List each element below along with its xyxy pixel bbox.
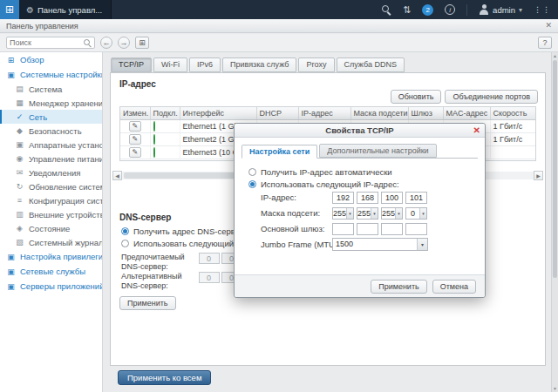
sidebar-item-external-devices[interactable]: ▥Внешние устройства bbox=[0, 207, 102, 221]
background-tasks-icon[interactable]: ⇅ bbox=[403, 4, 411, 16]
col-gateway: Шлюз bbox=[408, 107, 443, 119]
back-button[interactable]: ← bbox=[100, 37, 112, 49]
notifications-badge[interactable]: 2 bbox=[422, 4, 433, 16]
ip-seg2[interactable] bbox=[357, 192, 378, 204]
mtu-value: 1500 bbox=[333, 239, 417, 250]
gateway-seg3[interactable] bbox=[381, 223, 403, 235]
dns-primary-seg1[interactable]: 0 bbox=[199, 253, 220, 264]
section-icon: ▣ bbox=[6, 71, 16, 79]
sidebar-item-backup-restore[interactable]: ≡Конфигурация системы bbox=[0, 193, 102, 207]
mask-seg1[interactable]: 255▾ bbox=[332, 207, 354, 220]
dialog-cancel-button[interactable]: Отмена bbox=[432, 280, 476, 294]
sidebar-item-notifications[interactable]: ✉Уведомления bbox=[0, 166, 102, 179]
overview-icon: ⊞ bbox=[6, 56, 16, 64]
sidebar-section-app-servers[interactable]: ▣Серверы приложений bbox=[0, 279, 102, 294]
tab-ipv6[interactable]: IPv6 bbox=[189, 57, 221, 72]
tab-proxy[interactable]: Proxy bbox=[298, 57, 334, 72]
gateway-seg1[interactable] bbox=[332, 223, 354, 235]
dialog-close-icon[interactable]: ✕ bbox=[473, 125, 480, 136]
ip-label: IP-адрес: bbox=[261, 193, 296, 202]
dialog-apply-button[interactable]: Применить bbox=[371, 280, 427, 294]
scroll-down-icon[interactable]: ▼ bbox=[552, 386, 558, 391]
mask-label: Маска подсети: bbox=[261, 208, 320, 218]
refresh-button[interactable]: Обновить bbox=[391, 90, 442, 104]
sidebar-item-overview[interactable]: ⊞ Обзор bbox=[0, 52, 102, 67]
edit-icon[interactable]: ✎ bbox=[129, 147, 141, 158]
scroll-up-icon[interactable]: ▲ bbox=[552, 53, 558, 58]
qts-logo[interactable]: ⊞ bbox=[0, 0, 19, 19]
col-connected: Подкл. bbox=[150, 107, 180, 119]
window-close-icon[interactable]: ✕ bbox=[545, 22, 552, 30]
scroll-left-icon[interactable]: ◀ bbox=[112, 171, 122, 180]
sidebar-label: Серверы приложений bbox=[20, 281, 103, 291]
taskbar-tab-label: Панель управл... bbox=[37, 5, 102, 15]
sidebar-item-system-logs[interactable]: ▧Системный журнал bbox=[0, 235, 102, 249]
dns-secondary-label: Альтернативный DNS-сервер: bbox=[121, 272, 196, 292]
tab-wifi[interactable]: Wi-Fi bbox=[153, 57, 187, 72]
sidebar-label: Уведомления bbox=[29, 168, 80, 178]
vertical-scrollbar[interactable]: ▲ ▼ bbox=[551, 52, 558, 392]
tab-tcpip[interactable]: TCP/IP bbox=[111, 57, 152, 72]
sidebar-item-firmware-update[interactable]: ↻Обновление системы bbox=[0, 179, 102, 193]
tab-service-binding[interactable]: Привязка служб bbox=[222, 57, 296, 72]
dns-apply-button[interactable]: Применить bbox=[119, 296, 176, 310]
sidebar-item-storage-manager[interactable]: ▦Менеджер хранения bbox=[0, 96, 102, 110]
radio-icon[interactable] bbox=[121, 240, 129, 247]
col-ip: IP-адрес bbox=[298, 107, 350, 119]
ip-auto-option[interactable]: Получить IP-адрес автоматически bbox=[248, 167, 392, 177]
help-button[interactable]: ? bbox=[538, 37, 552, 49]
edit-icon[interactable]: ✎ bbox=[129, 121, 141, 132]
sidebar-item-system[interactable]: ▤Система bbox=[0, 82, 102, 96]
edit-icon[interactable]: ✎ bbox=[129, 134, 141, 145]
ip-seg4[interactable] bbox=[405, 192, 427, 204]
forward-button[interactable]: → bbox=[118, 37, 130, 49]
mask-seg3[interactable]: 255▾ bbox=[381, 207, 403, 220]
more-menu-icon[interactable]: ⋮⋮ bbox=[534, 5, 551, 14]
desktop-topbar: ⊞ ⚙ Панель управл... ⇅ 2 i admin ▾ ⋮⋮ bbox=[0, 0, 558, 19]
radio-checked-icon[interactable] bbox=[121, 227, 129, 235]
grid-view-button[interactable]: ⊞ bbox=[135, 37, 149, 49]
dialog-tab-network[interactable]: Настройка сети bbox=[242, 145, 317, 159]
vscroll-thumb[interactable] bbox=[553, 60, 557, 278]
scroll-right-icon[interactable]: ▶ bbox=[534, 171, 543, 180]
taskbar-tab-control-panel[interactable]: ⚙ Панель управл... bbox=[19, 0, 112, 19]
mask-seg2[interactable]: 255▾ bbox=[357, 207, 378, 220]
ip-section-title: IP-адрес bbox=[119, 79, 156, 89]
gateway-seg4[interactable] bbox=[405, 223, 427, 235]
radio-icon[interactable] bbox=[248, 168, 256, 176]
dialog-titlebar[interactable]: Свойства TCP/IP ✕ bbox=[235, 124, 485, 138]
dns-secondary-seg1[interactable]: 0 bbox=[199, 272, 220, 283]
window-titlebar[interactable]: Панель управления ✕ bbox=[0, 19, 558, 33]
gear-icon: ⚙ bbox=[26, 5, 34, 15]
search-input[interactable] bbox=[10, 38, 83, 47]
sidebar-item-system-status[interactable]: ◈Состояние bbox=[0, 221, 102, 235]
sidebar-label: Системные настройки bbox=[20, 70, 103, 79]
ip-seg3[interactable] bbox=[381, 192, 403, 204]
sidebar-label: Аппаратные установки bbox=[29, 140, 102, 150]
sidebar-section-privilege[interactable]: ▣Настройка привилегий bbox=[0, 249, 102, 264]
dialog-tab-advanced[interactable]: Дополнительные настройки bbox=[319, 144, 436, 158]
section-icon: ▣ bbox=[6, 267, 16, 276]
sidebar-label: Менеджер хранения bbox=[29, 98, 102, 108]
ip-manual-option[interactable]: Использовать следующий IP-адрес: bbox=[248, 179, 399, 189]
sidebar-item-network[interactable]: ✓Сеть bbox=[0, 110, 102, 124]
mask-seg4[interactable]: 0▾ bbox=[405, 207, 427, 220]
sidebar-item-power[interactable]: ◉Управление питанием bbox=[0, 152, 102, 166]
sidebar-item-hardware[interactable]: ▣Аппаратные установки bbox=[0, 138, 102, 152]
sidebar-item-security[interactable]: ◆Безопасность bbox=[0, 124, 102, 138]
mtu-select[interactable]: 1500 ▾ bbox=[332, 238, 428, 251]
info-icon[interactable]: i bbox=[445, 4, 455, 15]
gateway-seg2[interactable] bbox=[357, 223, 378, 235]
tab-ddns[interactable]: Служба DDNS bbox=[337, 57, 405, 72]
radio-checked-icon[interactable] bbox=[248, 180, 256, 188]
logs-icon: ▧ bbox=[15, 238, 24, 247]
port-trunking-button[interactable]: Объединение портов bbox=[445, 90, 538, 104]
search-icon[interactable] bbox=[381, 4, 391, 15]
dialog-tab-bar: Настройка сети Дополнительные настройки bbox=[242, 143, 478, 159]
user-menu[interactable]: admin ▾ bbox=[479, 4, 522, 15]
apply-to-all-button[interactable]: Применить ко всем bbox=[118, 370, 211, 385]
power-icon: ◉ bbox=[15, 154, 24, 163]
sidebar-section-network-services[interactable]: ▣Сетевые службы bbox=[0, 264, 102, 279]
sidebar-section-system-settings[interactable]: ▣ Системные настройки bbox=[0, 67, 102, 82]
ip-seg1[interactable] bbox=[332, 192, 354, 204]
